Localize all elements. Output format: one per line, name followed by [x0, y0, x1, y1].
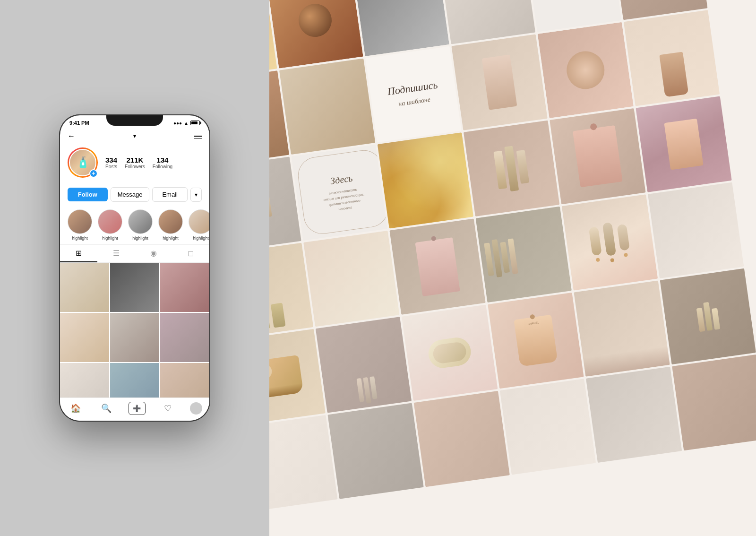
add-story-button[interactable]: + — [89, 169, 98, 178]
mosaic-cell-32 — [327, 403, 423, 499]
wifi-icon: ▲ — [184, 121, 189, 126]
posts-label: Posts — [105, 164, 117, 169]
profile-tabs: ⊞ ☰ ◉ ◻ — [60, 244, 209, 263]
tab-location[interactable]: ◉ — [135, 245, 172, 262]
highlight-circle-5 — [189, 209, 209, 234]
stat-followers[interactable]: 211K Followers — [125, 156, 145, 169]
stat-posts: 334 Posts — [105, 156, 117, 169]
nav-profile[interactable] — [190, 402, 202, 415]
mosaic-cell-25 — [269, 329, 326, 425]
nav-search[interactable]: 🔍 — [98, 402, 115, 415]
photo-grid — [60, 263, 209, 412]
highlight-label-4: highlight — [163, 236, 179, 241]
highlight-label-3: highlight — [132, 236, 148, 241]
bio-area — [60, 178, 209, 183]
phone-screen: 9:41 PM ●●● ▲ ← ▾ — [60, 115, 209, 421]
status-time: 9:41 PM — [69, 120, 89, 126]
signal-icon: ●●● — [173, 121, 182, 126]
avatar-wrap: 🧴 + — [68, 147, 98, 178]
tab-grid[interactable]: ⊞ — [60, 245, 97, 262]
highlight-circle-4 — [158, 209, 183, 234]
phone-mockup-area: 9:41 PM ●●● ▲ ← ▾ — [0, 0, 269, 536]
highlight-5[interactable]: highlight — [189, 209, 209, 241]
mosaic-cell-15 — [378, 132, 473, 228]
menu-button[interactable] — [194, 134, 202, 139]
highlight-label-5: highlight — [193, 236, 209, 241]
mosaic-cell-29 — [574, 280, 670, 376]
mosaic-cell-30 — [660, 268, 756, 364]
email-button[interactable]: Email — [152, 187, 188, 202]
photo-cell-5[interactable] — [110, 313, 159, 362]
collage-container: Подпишись на ваших клиенток По — [269, 0, 756, 536]
mosaic-cell-2 — [269, 0, 363, 69]
more-options-button[interactable]: ▾ — [190, 188, 202, 202]
mosaic-cell-9: Подпишись на шаблоне — [365, 46, 461, 142]
mosaic-cell-31 — [269, 415, 337, 511]
nav-heart[interactable]: ♡ — [159, 402, 176, 415]
mosaic-cell-24 — [648, 182, 744, 278]
bottom-nav: 🏠 🔍 ➕ ♡ — [60, 398, 209, 421]
highlight-circle-2 — [98, 209, 122, 234]
username-dropdown[interactable]: ▾ — [133, 133, 137, 139]
highlight-3[interactable]: highlight — [128, 209, 153, 241]
mosaic-cell-10 — [451, 34, 547, 130]
mosaic-cell-20 — [303, 231, 399, 327]
following-label: Following — [153, 164, 172, 169]
following-count: 134 — [153, 156, 172, 164]
mosaic-cell-26 — [316, 317, 412, 413]
highlight-4[interactable]: highlight — [158, 209, 183, 241]
highlight-1[interactable]: highlight — [68, 209, 92, 241]
mosaic-cell-12 — [624, 10, 720, 106]
mosaic-cell-34 — [500, 379, 596, 475]
mosaic-cell-3 — [353, 0, 449, 56]
nav-add[interactable]: ➕ — [129, 402, 146, 415]
phone-device: 9:41 PM ●●● ▲ ← ▾ — [59, 114, 210, 422]
posts-count: 334 — [105, 156, 117, 164]
photo-cell-6[interactable] — [160, 313, 209, 362]
nav-home[interactable]: 🏠 — [67, 402, 84, 415]
followers-label: Followers — [125, 164, 145, 169]
stat-following[interactable]: 134 Following — [153, 156, 172, 169]
message-button[interactable]: Message — [111, 187, 150, 202]
mosaic-cell-36 — [672, 354, 756, 450]
highlights-row: highlight highlight highlight highlight … — [60, 206, 209, 244]
battery-icon — [190, 121, 200, 125]
tab-tagged[interactable]: ◻ — [172, 245, 209, 262]
highlight-label-1: highlight — [72, 236, 88, 241]
mosaic-cell-8 — [279, 59, 375, 155]
photo-cell-4[interactable] — [60, 313, 109, 362]
photo-cell-3[interactable] — [160, 263, 209, 312]
highlight-circle-3 — [128, 209, 153, 234]
mosaic-cell-18 — [636, 96, 731, 192]
mosaic-cell-27 — [402, 305, 498, 401]
photo-cell-2[interactable] — [110, 263, 159, 312]
highlight-circle-1 — [68, 209, 92, 234]
highlight-label-2: highlight — [102, 236, 118, 241]
mosaic-cell-35 — [586, 367, 682, 463]
mosaic-cell-16 — [464, 121, 559, 216]
phone-notch — [106, 115, 163, 126]
collage-area: Подпишись на ваших клиенток По — [269, 0, 756, 536]
mosaic-cell-17 — [550, 108, 645, 204]
profile-section: 🧴 + 334 Posts 211K Followers — [60, 144, 209, 178]
action-buttons: Follow Message Email ▾ — [60, 183, 209, 206]
mosaic-cell-28: CHANEL — [488, 293, 584, 389]
followers-count: 211K — [125, 156, 145, 164]
stats-row: 334 Posts 211K Followers 134 Following — [105, 156, 202, 169]
mosaic-grid: Подпишись на ваших клиенток По — [269, 0, 756, 536]
status-icons: ●●● ▲ — [173, 121, 200, 126]
mosaic-cell-21 — [389, 218, 485, 314]
follow-button[interactable]: Follow — [68, 188, 108, 201]
mosaic-cell-22 — [476, 207, 572, 303]
mosaic-cell-23 — [562, 194, 658, 290]
profile-row: 🧴 + 334 Posts 211K Followers — [68, 147, 202, 178]
mosaic-cell-33 — [414, 391, 510, 487]
tab-list[interactable]: ☰ — [97, 245, 135, 262]
photo-cell-1[interactable] — [60, 263, 109, 312]
highlight-2[interactable]: highlight — [98, 209, 122, 241]
nav-bar: ← ▾ — [60, 129, 209, 144]
mosaic-cell-11 — [538, 22, 634, 118]
mosaic-cell-14: Здесь можно написатьотзыв или рекомендац… — [292, 145, 387, 241]
back-button[interactable]: ← — [68, 132, 75, 140]
